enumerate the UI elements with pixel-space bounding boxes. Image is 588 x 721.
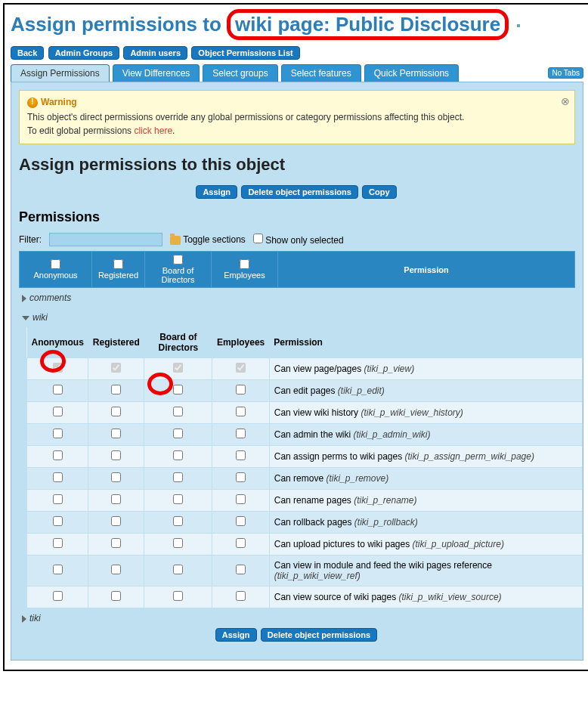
perm-checkbox[interactable] xyxy=(173,565,183,574)
perm-cell xyxy=(144,468,212,490)
tab-view-differences[interactable]: View Differences xyxy=(113,64,200,82)
select-all-anonymous[interactable] xyxy=(51,259,60,269)
perm-checkbox[interactable] xyxy=(236,472,246,482)
tab-select-groups[interactable]: Select groups xyxy=(203,64,277,82)
perm-checkbox[interactable] xyxy=(236,565,246,574)
tab-assign-permissions[interactable]: Assign Permissions xyxy=(11,64,110,82)
perm-cell xyxy=(212,358,269,380)
perm-cell xyxy=(212,534,269,555)
perm-checkbox[interactable] xyxy=(53,591,63,601)
perm-checkbox[interactable] xyxy=(173,407,183,416)
perm-checkbox[interactable] xyxy=(111,565,121,574)
perm-cell xyxy=(88,534,144,555)
admin-users-button[interactable]: Admin users xyxy=(123,46,187,60)
no-tabs-button[interactable]: No Tabs xyxy=(548,67,583,79)
perm-checkbox[interactable] xyxy=(53,494,63,504)
object-permissions-list-button[interactable]: Object Permissions List xyxy=(191,46,299,60)
perm-checkbox[interactable] xyxy=(173,472,183,482)
delete-permissions-button-bottom[interactable]: Delete object permissions xyxy=(261,628,377,642)
perm-checkbox[interactable] xyxy=(111,385,121,395)
perm-checkbox[interactable] xyxy=(111,516,121,526)
perm-checkbox[interactable] xyxy=(173,450,183,460)
perm-checkbox[interactable] xyxy=(236,516,246,526)
select-all-employees[interactable] xyxy=(240,259,249,269)
group-col-anonymous: Anonymous xyxy=(20,252,92,288)
perm-checkbox[interactable] xyxy=(236,494,246,504)
perm-cell xyxy=(212,468,269,490)
perm-checkbox[interactable] xyxy=(111,472,121,482)
perm-checkbox[interactable] xyxy=(53,565,63,574)
table-row: Can view page/pages (tiki_p_view) xyxy=(27,358,583,380)
perm-checkbox[interactable] xyxy=(173,516,183,526)
perm-checkbox[interactable] xyxy=(53,407,63,416)
perm-checkbox[interactable] xyxy=(53,429,63,438)
perm-checkbox[interactable] xyxy=(236,538,246,548)
perm-checkbox[interactable] xyxy=(53,385,63,395)
back-button[interactable]: Back xyxy=(11,46,44,60)
table-row: Can upload pictures to wiki pages (tiki_… xyxy=(27,534,583,555)
close-icon[interactable]: ⊗ xyxy=(561,95,570,107)
perm-checkbox[interactable] xyxy=(236,450,246,460)
select-all-board[interactable] xyxy=(173,255,183,265)
perm-cell xyxy=(88,468,144,490)
perm-checkbox[interactable] xyxy=(111,538,121,548)
perm-checkbox[interactable] xyxy=(111,591,121,601)
tab-quick-permissions[interactable]: Quick Permissions xyxy=(364,64,459,82)
section-comments[interactable]: comments xyxy=(19,288,575,308)
toggle-sections[interactable]: Toggle sections xyxy=(170,234,246,245)
perm-checkbox[interactable] xyxy=(236,407,246,416)
warning-icon xyxy=(27,97,38,108)
perm-checkbox[interactable] xyxy=(236,385,246,395)
assign-button-bottom[interactable]: Assign xyxy=(215,628,257,642)
assign-button[interactable]: Assign xyxy=(196,185,237,199)
perm-checkbox[interactable] xyxy=(111,407,121,416)
section-tiki[interactable]: tiki xyxy=(19,608,575,628)
perm-checkbox[interactable] xyxy=(236,429,246,438)
perm-checkbox[interactable] xyxy=(173,591,183,601)
perm-checkbox[interactable] xyxy=(173,538,183,548)
main-panel: ⊗ Warning This object's direct permissio… xyxy=(11,82,583,661)
perm-cell xyxy=(88,424,144,446)
perm-checkbox[interactable] xyxy=(173,494,183,504)
filter-row: Filter: Toggle sections Show only select… xyxy=(19,233,575,246)
section-wiki[interactable]: wiki xyxy=(19,308,575,327)
perm-checkbox xyxy=(111,363,121,373)
warning-label: Warning xyxy=(41,97,77,107)
perm-checkbox[interactable] xyxy=(111,450,121,460)
perm-checkbox[interactable] xyxy=(111,494,121,504)
show-only-selected[interactable]: Show only selected xyxy=(253,234,344,246)
perm-cell xyxy=(88,512,144,534)
tabs-row: Assign Permissions View Differences Sele… xyxy=(11,64,583,82)
perm-cell xyxy=(144,555,212,586)
perm-cell xyxy=(212,402,269,424)
table-row: Can rollback pages (tiki_p_rollback) xyxy=(27,512,583,534)
group-col-registered: Registered xyxy=(92,252,145,288)
gear-icon[interactable] xyxy=(514,21,523,30)
perm-cell xyxy=(27,490,88,512)
perm-checkbox[interactable] xyxy=(173,385,183,395)
perm-checkbox[interactable] xyxy=(53,472,63,482)
delete-permissions-button[interactable]: Delete object permissions xyxy=(241,185,357,199)
admin-groups-button[interactable]: Admin Groups xyxy=(48,46,119,60)
nav-buttons: Back Admin Groups Admin users Object Per… xyxy=(11,46,583,60)
perm-cell xyxy=(88,402,144,424)
perm-checkbox[interactable] xyxy=(111,429,121,438)
perm-checkbox[interactable] xyxy=(53,516,63,526)
perm-cell xyxy=(212,446,269,468)
filter-input[interactable] xyxy=(49,233,162,246)
perm-cell xyxy=(144,380,212,402)
table-row: Can view wiki history (tiki_p_wiki_view_… xyxy=(27,402,583,424)
perm-cell xyxy=(144,586,212,608)
select-all-registered[interactable] xyxy=(113,259,123,269)
section-heading: Assign permissions to this object xyxy=(19,155,575,175)
perm-checkbox[interactable] xyxy=(53,450,63,460)
perm-checkbox[interactable] xyxy=(173,429,183,438)
click-here-link[interactable]: click here xyxy=(134,125,172,136)
copy-button[interactable]: Copy xyxy=(362,185,397,199)
tab-select-features[interactable]: Select features xyxy=(281,64,361,82)
perm-checkbox[interactable] xyxy=(236,591,246,601)
perm-checkbox[interactable] xyxy=(53,538,63,548)
permission-col-header: Permission xyxy=(278,252,575,288)
show-only-selected-checkbox[interactable] xyxy=(253,234,263,243)
table-row: Can rename pages (tiki_p_rename) xyxy=(27,490,583,512)
